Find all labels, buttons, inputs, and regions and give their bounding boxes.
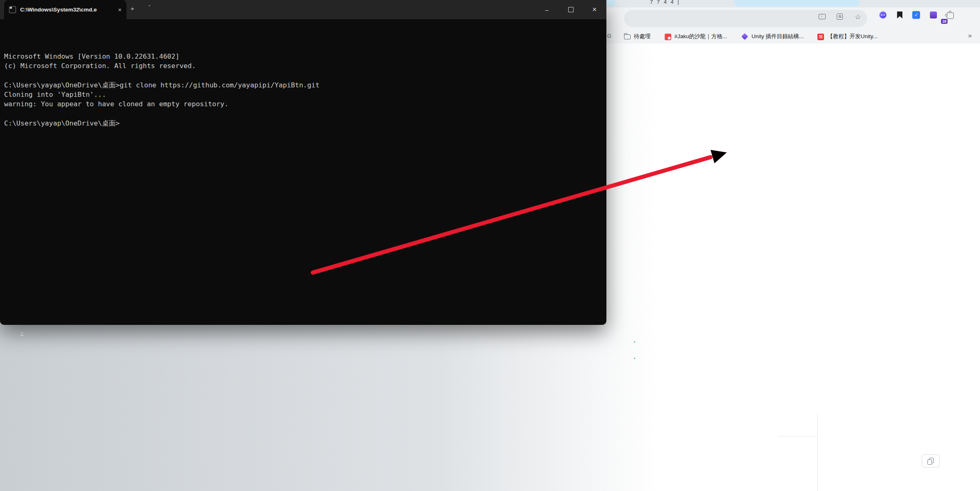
terminal-line (4, 109, 602, 119)
terminal-line: Microsoft Windows [Version 10.0.22631.46… (4, 52, 602, 61)
cmd-icon (9, 6, 16, 13)
terminal-titlebar[interactable]: C:\Windows\System32\cmd.e × + ˇ – × (0, 0, 606, 19)
minimize-button[interactable]: – (535, 0, 559, 19)
extension-icon[interactable] (912, 11, 920, 19)
bookmark-favicon: 简 (817, 34, 824, 40)
terminal-tab[interactable]: C:\Windows\System32\cmd.e × (4, 0, 126, 19)
tab-dropdown-icon[interactable]: ˇ (149, 5, 150, 11)
browser-tab-title-fragment[interactable]: 7 7 4 4 | (650, 0, 699, 6)
address-bar-icon[interactable] (855, 13, 862, 21)
screen: 7 7 4 4 | 18 G 待處理 #Jaku (0, 0, 980, 491)
bookmark-label: #Jaku的沙龍｜方格... (675, 33, 727, 40)
bookmark-item[interactable]: Unity 插件目錄結構... (741, 33, 804, 40)
terminal-line: (c) Microsoft Corporation. All rights re… (4, 61, 602, 71)
bookmark-label: 【教程】开发Unity... (827, 33, 877, 40)
page-divider (817, 414, 818, 491)
close-button[interactable]: × (583, 0, 606, 19)
terminal-line: warning: You appear to have cloned an em… (4, 99, 602, 109)
new-tab-button[interactable]: + (131, 5, 134, 12)
copy-button[interactable] (922, 454, 940, 468)
bookmark-item[interactable]: 待處理 (624, 33, 651, 40)
copy-icon (927, 458, 934, 465)
maximize-button[interactable] (559, 0, 583, 19)
terminal-line: Cloning into 'YapiBtn'... (4, 90, 602, 99)
terminal-line: C:\Users\yayap\OneDrive\桌面>git clone htt… (4, 80, 602, 90)
extension-icon[interactable] (879, 11, 887, 19)
terminal-tab-title: C:\Windows\System32\cmd.e (20, 7, 114, 13)
bookmark-favicon (665, 34, 671, 40)
bookmark-item[interactable]: 简 【教程】开发Unity... (817, 33, 877, 40)
bookmarks-overflow-chevron[interactable]: » (968, 32, 972, 39)
terminal-line: C:\Users\yayap\OneDrive\桌面> (4, 119, 602, 128)
address-bar-icon[interactable] (819, 13, 826, 21)
browser-active-tab[interactable] (734, 0, 859, 7)
address-bar-icon[interactable] (837, 13, 844, 21)
extension-icon[interactable] (930, 11, 937, 18)
tab-close-icon[interactable]: × (118, 7, 122, 13)
browser-tab[interactable] (606, 0, 615, 7)
bookmark-label: Unity 插件目錄結構... (752, 33, 804, 40)
extension-badge: 18 (941, 19, 948, 24)
extension-icon[interactable] (947, 12, 954, 19)
page-divider (778, 436, 817, 436)
bookmark-favicon (741, 33, 748, 40)
extension-icon[interactable] (897, 11, 902, 18)
terminal-line (4, 71, 602, 80)
terminal-output[interactable]: Microsoft Windows [Version 10.0.22631.46… (4, 23, 602, 322)
terminal-window: C:\Windows\System32\cmd.e × + ˇ – × Micr… (0, 0, 606, 325)
bookmark-item[interactable]: #Jaku的沙龍｜方格... (665, 33, 727, 40)
bookmark-favicon (624, 33, 631, 40)
bookmark-fragment[interactable]: G (607, 33, 611, 39)
bookmark-label: 待處理 (634, 33, 651, 40)
